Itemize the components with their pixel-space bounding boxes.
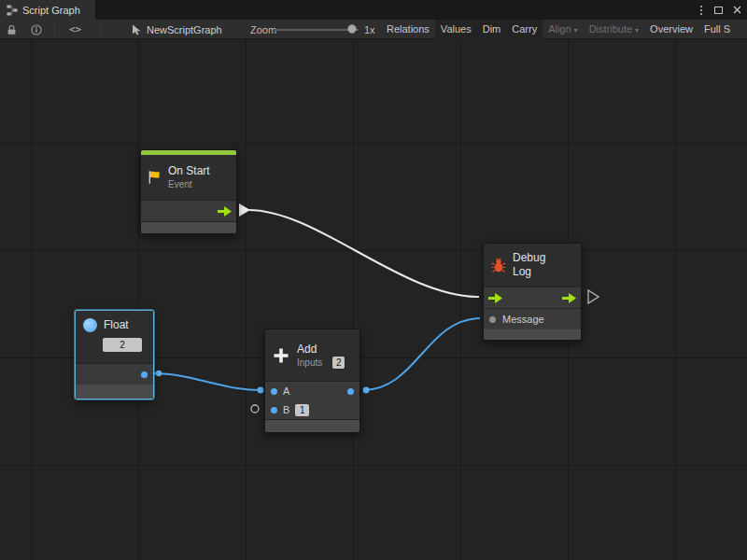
graph-canvas[interactable]: On Start Event (0, 39, 747, 560)
node-title: On Start (168, 164, 210, 178)
wire-onstart-to-debuglog (248, 210, 479, 297)
tab-script-graph[interactable]: Script Graph (0, 0, 95, 20)
toolbar-divider (101, 24, 102, 35)
port-label: Message (502, 314, 544, 325)
maximize-icon[interactable] (714, 7, 723, 14)
float-value-field[interactable]: 2 (103, 338, 142, 352)
toolbar-divider (54, 24, 55, 35)
node-float[interactable]: Float 2 (75, 310, 154, 399)
wire-endpoint-dot (156, 371, 162, 376)
node-footer (141, 222, 236, 233)
wire-layer (0, 39, 747, 560)
bug-icon (491, 258, 506, 273)
value-output-port[interactable] (347, 388, 354, 395)
add-icon (273, 347, 289, 364)
node-on-start[interactable]: On Start Event (140, 149, 237, 234)
chevron-down-icon: ▾ (635, 26, 639, 35)
tab-title: Script Graph (22, 5, 80, 16)
wire-endpoint-dot (258, 387, 264, 394)
values-button[interactable]: Values (435, 20, 477, 39)
info-icon[interactable] (31, 20, 42, 39)
menu-icon[interactable] (698, 4, 704, 17)
node-title: Add (297, 343, 345, 357)
inputs-count-field[interactable]: 2 (332, 357, 345, 369)
window-controls (698, 0, 741, 20)
value-output-port[interactable] (141, 371, 148, 378)
close-icon[interactable] (733, 6, 741, 14)
relations-button[interactable]: Relations (381, 20, 435, 39)
node-add[interactable]: Add Inputs 2 A B 1 (264, 329, 360, 433)
fullscreen-button[interactable]: Full S (698, 20, 736, 39)
flow-wire-start-marker (239, 203, 250, 217)
flow-output-port[interactable] (218, 206, 232, 217)
node-title: Debug (513, 251, 545, 265)
lock-icon[interactable] (7, 20, 17, 39)
distribute-dropdown: Distribute▾ (584, 20, 644, 39)
port-label: B (283, 404, 289, 415)
wire-float-to-add (154, 373, 261, 390)
graph-name[interactable]: NewScriptGraph (147, 20, 222, 39)
message-input-port[interactable] (489, 316, 496, 323)
node-footer (265, 420, 359, 432)
zoom-label: Zoom (250, 20, 276, 39)
node-subtitle: Event (168, 178, 210, 190)
graph-asset-icon (132, 20, 142, 39)
flow-output-port[interactable] (562, 293, 576, 303)
node-subtitle: Log (513, 265, 545, 279)
unity-script-graph-window: Script Graph <> (0, 0, 747, 560)
node-footer (484, 329, 581, 340)
unconnected-flow-port-marker[interactable] (588, 290, 599, 303)
wire-endpoint-dot (363, 387, 370, 394)
node-debug-log[interactable]: Debug Log Message (483, 243, 582, 341)
value-input-port-a[interactable] (271, 388, 277, 395)
dim-button[interactable]: Dim (477, 20, 507, 39)
flow-input-port[interactable] (488, 293, 502, 303)
overview-button[interactable]: Overview (644, 20, 698, 39)
port-label: A (283, 385, 289, 397)
toolbar-buttons: Relations Values Dim Carry Align▾ Distri… (381, 20, 736, 39)
unconnected-value-port-marker[interactable] (251, 405, 259, 413)
zoom-slider-track[interactable] (275, 29, 359, 31)
wire-add-to-debuglog (363, 318, 480, 390)
graph-toolbar: <> NewScriptGraph Zoom 1x Relations Valu… (0, 20, 747, 39)
carry-button[interactable]: Carry (506, 20, 543, 39)
zoom-slider-handle[interactable] (347, 24, 357, 34)
node-subtitle: Inputs (297, 357, 322, 369)
node-footer (76, 385, 153, 399)
value-input-port-b[interactable] (271, 407, 277, 413)
flag-icon (148, 170, 162, 185)
code-icon[interactable]: <> (69, 20, 81, 39)
node-title: Float (104, 318, 129, 332)
script-graph-icon (7, 5, 18, 16)
b-value-field[interactable]: 1 (295, 404, 309, 416)
align-dropdown: Align▾ (543, 20, 583, 39)
tab-bar: Script Graph (0, 0, 747, 20)
float-type-icon (83, 318, 97, 332)
zoom-value: 1x (364, 20, 375, 39)
chevron-down-icon: ▾ (574, 26, 578, 35)
